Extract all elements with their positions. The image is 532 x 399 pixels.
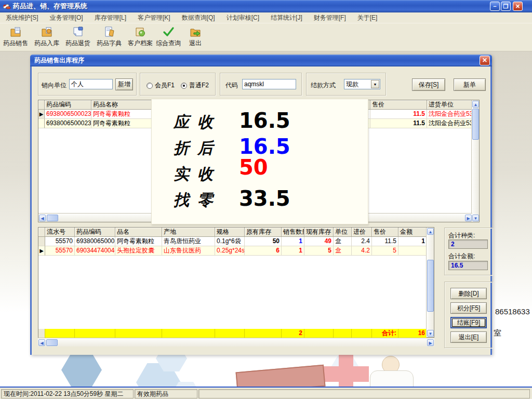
toolbar-drug-return[interactable]: 药品退货	[63, 24, 92, 50]
radio-circle-selected-icon	[181, 83, 187, 89]
hexagon-decor	[61, 353, 102, 387]
chevron-down-icon[interactable]: ▼	[371, 80, 379, 88]
col-origin[interactable]: 产地	[162, 228, 215, 237]
col-price[interactable]: 售价	[372, 228, 398, 237]
normal-radio[interactable]: 普通F2	[181, 81, 209, 90]
col-drug-code[interactable]: 药品编码	[45, 100, 91, 110]
col-old-stock[interactable]: 原有库存	[245, 228, 282, 237]
desktop-partial-text: 室	[494, 328, 501, 338]
receivable-label: 应收	[174, 112, 221, 133]
scroll-up-icon[interactable]: ▲	[427, 228, 434, 235]
received-label: 实收	[174, 164, 221, 185]
payment-label: 结款方式	[311, 81, 336, 90]
new-order-button[interactable]: 新单	[454, 78, 486, 91]
col-amount[interactable]: 金额	[398, 228, 427, 237]
total-species-value: 2	[448, 240, 488, 249]
save-button[interactable]: 保存[S]	[412, 78, 445, 91]
menu-plan-audit[interactable]: 计划审核[C]	[221, 14, 265, 22]
scroll-left-icon[interactable]: ◀	[38, 339, 45, 346]
dialog-body: 销向单位 个人 新增 会员F1 普通F2 代码 aqmskl 结款方式	[32, 66, 490, 355]
points-button[interactable]: 积分[F5]	[450, 302, 487, 314]
code-groupbox: 代码 aqmskl	[220, 73, 302, 96]
scroll-thumb[interactable]	[46, 339, 58, 346]
payment-overlay-panel: 应收 16.5 折后 16.5 实收 50 找零 33.5	[151, 99, 368, 224]
code-input[interactable]: aqmskl	[242, 79, 296, 89]
col-sale-qty[interactable]: 销售数量	[282, 228, 304, 237]
toolbar: 药品销售 药品入库 药品退货 药品字典	[0, 23, 532, 51]
dialog-title: 药品销售出库程序	[34, 57, 84, 64]
toolbar-drug-inbound[interactable]: 药品入库	[32, 24, 61, 50]
col-spec[interactable]: 规格	[215, 228, 245, 237]
toolbar-drug-dictionary[interactable]: 药品字典	[95, 24, 124, 50]
normal-radio-label: 普通F2	[189, 81, 209, 90]
col-cost[interactable]: 进价	[352, 228, 372, 237]
restore-button[interactable]: ❐	[501, 2, 511, 11]
totals-row: 2 合计: 16	[38, 329, 434, 338]
menu-about[interactable]: 关于[E]	[352, 14, 383, 22]
scroll-up-icon[interactable]: ▲	[472, 101, 479, 108]
col-unit[interactable]: 单位	[334, 228, 352, 237]
customer-input[interactable]: 个人	[69, 79, 113, 89]
col-serial[interactable]: 流水号	[45, 228, 75, 237]
statusbar-valid-drugs: 有效期药品	[135, 389, 197, 398]
dialog-titlebar[interactable]: 药品销售出库程序 ✕	[30, 55, 492, 66]
dialog-close-button[interactable]: ✕	[480, 56, 490, 65]
table-row[interactable]: 55570 6938006500023 阿奇霉素颗粒 青岛唐恒药业 0.1g*6…	[38, 237, 434, 246]
exit-button[interactable]: 退出[E]	[450, 331, 487, 343]
scroll-right-icon[interactable]: ▶	[427, 339, 434, 346]
menu-finance[interactable]: 财务管理[F]	[308, 14, 352, 22]
toolbar-exit[interactable]: 退出	[181, 24, 210, 50]
drug-dictionary-icon	[103, 25, 115, 38]
total-amount-value: 16.5	[448, 261, 488, 270]
lower-table-vscrollbar[interactable]: ▲ ▼	[426, 228, 434, 337]
scroll-thumb[interactable]	[472, 109, 479, 140]
statusbar-time: 现在时间:2011-02-22 13点50分59秒 星期二	[1, 389, 134, 398]
scroll-right-icon[interactable]: ▶	[465, 215, 472, 221]
close-button[interactable]: ✕	[513, 2, 523, 11]
payment-select[interactable]: 现款 ▼	[344, 79, 380, 89]
delete-button[interactable]: 删除[D]	[450, 288, 487, 299]
toolbar-customer-file[interactable]: 客户档案	[126, 24, 155, 50]
col-name[interactable]: 品名	[115, 228, 162, 237]
scroll-left-icon[interactable]: ◀	[39, 215, 46, 221]
table-row[interactable]: ▶ 55570 6903447400461 头孢拉定胶囊 山东鲁抗医药 0.25…	[38, 246, 434, 256]
scroll-down-icon[interactable]: ▼	[427, 330, 434, 337]
desktop-phone-text: 86518633	[495, 307, 530, 316]
row-selector-arrow-icon: ▶	[38, 110, 45, 119]
customer-file-icon	[134, 25, 147, 38]
scroll-thumb[interactable]	[427, 260, 434, 312]
sales-items-table: 流水号 药品编码 品名 产地 规格 原有库存 销售数量 现有库存 单位 进价 售…	[38, 227, 434, 338]
menu-data-query[interactable]: 数据查询[Q]	[176, 14, 221, 22]
col-price[interactable]: 售价	[370, 100, 427, 110]
add-customer-button[interactable]: 新增	[115, 78, 133, 90]
toolbar-query[interactable]: 综合查询	[154, 24, 183, 50]
drug-inbound-icon	[41, 25, 53, 38]
total-amount-label: 合计金额:	[448, 252, 475, 261]
menu-system[interactable]: 系统维护[S]	[0, 14, 44, 22]
window-title: 药品进、销、存管理系统	[13, 2, 87, 11]
statusbar: 现在时间:2011-02-22 13点50分59秒 星期二 有效期药品	[0, 387, 532, 399]
member-radio[interactable]: 会员F1	[147, 81, 175, 90]
pill-icon	[3, 2, 11, 10]
member-type-groupbox: 会员F1 普通F2	[140, 73, 216, 96]
menu-settlement[interactable]: 结算统计[J]	[265, 14, 308, 22]
menu-business[interactable]: 业务管理[O]	[44, 14, 89, 22]
col-supplier[interactable]: 进货单位	[427, 100, 472, 110]
checkout-button[interactable]: 结账[F9]	[450, 317, 487, 328]
menu-customer[interactable]: 客户管理[K]	[132, 14, 176, 22]
lower-table-hscrollbar[interactable]: ◀ ▶	[38, 338, 434, 347]
total-amount: 16	[398, 329, 427, 338]
change-label: 找零	[174, 190, 221, 211]
col-new-stock[interactable]: 现有库存	[304, 228, 334, 237]
scroll-down-icon[interactable]: ▼	[472, 215, 479, 221]
received-value: 50	[239, 155, 268, 179]
scroll-thumb[interactable]	[47, 215, 58, 221]
upper-table-vscrollbar[interactable]: ▲ ▼	[471, 100, 479, 222]
menu-inventory[interactable]: 库存管理[L]	[89, 14, 132, 22]
table-header-row: 流水号 药品编码 品名 产地 规格 原有库存 销售数量 现有库存 单位 进价 售…	[38, 228, 434, 237]
sales-dialog: 药品销售出库程序 ✕ 销向单位 个人 新增 会员F1 普通F2	[30, 55, 492, 355]
col-code[interactable]: 药品编码	[75, 228, 115, 237]
toolbar-drug-sale[interactable]: 药品销售	[1, 24, 30, 50]
minimize-button[interactable]: −	[490, 2, 500, 11]
member-radio-label: 会员F1	[155, 81, 175, 90]
